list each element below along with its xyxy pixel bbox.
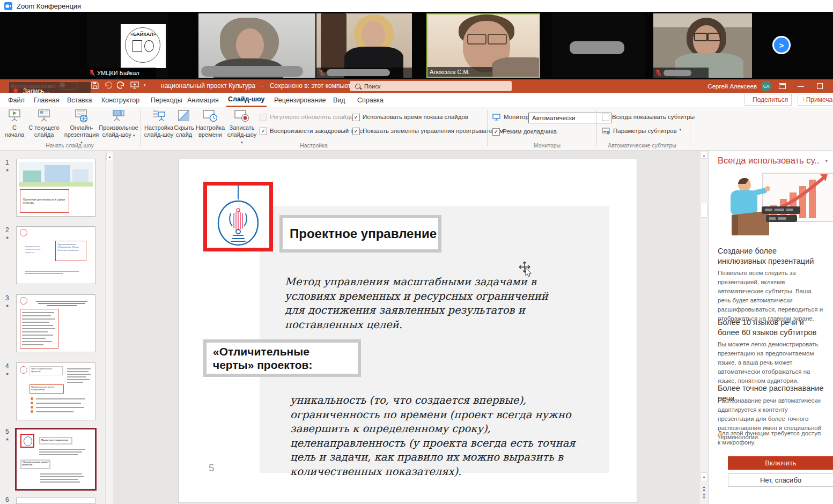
redacted-name-blur bbox=[570, 41, 624, 54]
decline-subtitles-button[interactable]: Нет, спасибо bbox=[728, 473, 833, 487]
save-icon[interactable] bbox=[91, 81, 99, 89]
comments-button[interactable]: Примечания bbox=[798, 94, 833, 106]
next-participants-button[interactable]: > bbox=[772, 36, 791, 54]
search-input[interactable]: Поиск bbox=[350, 81, 512, 91]
checkbox-use-timings[interactable]: ✓ Использовать время показа слайдов bbox=[352, 114, 468, 121]
monitor-row: Монитор: bbox=[492, 114, 530, 121]
scroll-up-button[interactable]: ▲ bbox=[106, 153, 113, 160]
mic-access-note: Для этой функции требуется доступ к микр… bbox=[718, 429, 825, 447]
slide-thumbnail-1[interactable]: Проектная деятельность в сфере культуры bbox=[16, 159, 95, 217]
participant-name: Алексеев С.М. bbox=[430, 69, 470, 75]
participant-tile-6[interactable] bbox=[653, 13, 752, 78]
up-arrow-icon: ▲ bbox=[701, 488, 707, 491]
slide-title-box[interactable]: Проектное управление bbox=[279, 215, 441, 253]
share-button[interactable]: Поделиться bbox=[744, 94, 792, 106]
muted-mic-icon bbox=[319, 69, 325, 76]
current-slide[interactable]: Проектное управление Метод управления ма… bbox=[178, 159, 637, 503]
zoom-conference-window: Zoom Конференция «БАЙКАЛ» УМЦКИ Байкал bbox=[0, 0, 833, 504]
scroll-up-button[interactable]: ▲ bbox=[701, 152, 707, 159]
slide-thumbnails-pane: 1 ★ Проектная деятельность в сфере культ… bbox=[0, 151, 105, 504]
qat-more-icon[interactable]: ▾ bbox=[144, 83, 146, 87]
slide-thumbnail-2[interactable]: Приоритетные национальные проекты: Здрав… bbox=[16, 226, 95, 284]
group-label-monitors: Мониторы bbox=[523, 142, 571, 149]
participant-tile-2[interactable] bbox=[198, 13, 315, 78]
tab-insert[interactable]: Вставка bbox=[65, 93, 93, 107]
scroll-down-button[interactable]: ▼ bbox=[701, 472, 707, 482]
ribbon-display-icon bbox=[779, 83, 786, 89]
checkbox-always-show-subtitles[interactable]: Всегда показывать субтитры bbox=[602, 114, 695, 121]
checkbox-icon bbox=[602, 114, 609, 121]
enable-subtitles-button[interactable]: Включить bbox=[728, 456, 833, 470]
checkbox-play-narrations[interactable]: ✓ Воспроизвести закадровый текст bbox=[260, 128, 365, 135]
slideshow-icon[interactable] bbox=[130, 81, 139, 89]
minimize-button[interactable]: — bbox=[793, 79, 809, 93]
checkbox-keep-slides-updated[interactable]: Регулярно обновлять слайды bbox=[260, 114, 355, 121]
slide-thumbnail-4[interactable]: Цель национальных проектов Национальные … bbox=[16, 362, 95, 420]
account-area[interactable]: Сергей Алексеев СА bbox=[707, 81, 771, 91]
section-body: Вы можете легко демонстрировать презента… bbox=[718, 340, 825, 386]
slide-title: Проектное управление bbox=[283, 226, 437, 241]
tab-review[interactable]: Рецензирование bbox=[272, 93, 328, 107]
hide-slide-button[interactable]: Скрыть слайд bbox=[173, 109, 195, 138]
tab-help[interactable]: Справка bbox=[356, 93, 385, 107]
slide-features-heading-box[interactable]: «Отличительные черты» проектов: bbox=[203, 339, 361, 377]
thumbnails-scrollbar[interactable]: ▲ bbox=[105, 151, 113, 504]
tab-transitions[interactable]: Переходы bbox=[149, 93, 184, 107]
document-title: национальный проект Культура - Сохранено… bbox=[161, 82, 365, 90]
ribbon-display-options-button[interactable] bbox=[774, 79, 790, 93]
mouse-move-cursor bbox=[518, 261, 534, 278]
comment-icon bbox=[803, 97, 803, 103]
setup-show-icon bbox=[152, 109, 166, 123]
animation-star-icon: ★ bbox=[5, 303, 9, 308]
rehearse-timings-button[interactable]: Настройка времени bbox=[195, 109, 225, 138]
tab-file[interactable]: Файл bbox=[6, 93, 26, 107]
checkbox-presenter-view[interactable]: ✓ Режим докладчика bbox=[492, 128, 557, 136]
zoom-window-title: Zoom Конференция bbox=[17, 2, 81, 10]
save-status[interactable]: Сохранено в: этот компьютер bbox=[270, 82, 358, 90]
participant-tile-alekseev[interactable]: Алексеев С.М. bbox=[426, 13, 540, 78]
scrollbar-thumb[interactable] bbox=[701, 203, 707, 218]
custom-show-icon bbox=[112, 109, 126, 123]
checkbox-show-media-controls[interactable]: ✓ Показать элементы управления проигрыва… bbox=[352, 128, 504, 135]
redo-icon[interactable] bbox=[117, 81, 126, 89]
previous-slide-button[interactable]: ▲ ▲ bbox=[701, 486, 707, 491]
slide-logo-box[interactable] bbox=[203, 182, 273, 251]
setup-slideshow-button[interactable]: Настройка слайд-шоу bbox=[144, 109, 174, 138]
tab-slideshow[interactable]: Слайд-шоу bbox=[226, 93, 267, 107]
tab-view[interactable]: Вид bbox=[331, 93, 347, 107]
tab-home[interactable]: Главная bbox=[32, 93, 61, 107]
custom-slideshow-button[interactable]: Произвольное слайд-шоу ▾ bbox=[101, 109, 136, 138]
slide-number: 5 bbox=[5, 428, 9, 435]
undo-icon[interactable] bbox=[104, 81, 112, 89]
checkbox-icon: ✓ bbox=[492, 128, 500, 136]
pane-title: Всегда использовать су.. bbox=[718, 155, 819, 166]
monitor-dropdown[interactable]: Автоматически ▾ bbox=[528, 113, 611, 123]
slide-features-list[interactable]: уникальность (то, что создается впервые)… bbox=[290, 394, 592, 479]
record-icon bbox=[234, 109, 249, 123]
next-slide-button[interactable]: ▼ ▼ bbox=[701, 494, 707, 499]
slide-number: 2 bbox=[5, 226, 9, 234]
restore-button[interactable] bbox=[812, 79, 828, 93]
record-slideshow-button[interactable]: Записать слайд-шоу ▾ bbox=[226, 109, 257, 145]
thumbnail-caption: Проектная деятельность в сфере культуры bbox=[23, 198, 66, 205]
avatar[interactable]: СА bbox=[761, 81, 771, 91]
participant-tile-5[interactable] bbox=[552, 13, 645, 78]
slide-thumbnail-5-selected[interactable]: Проектное управление «Отличительные черт… bbox=[15, 428, 97, 491]
subtitle-settings-button[interactable]: Параметры субтитров ▾ bbox=[602, 128, 681, 135]
dropdown-caret-icon: ▾ bbox=[680, 128, 682, 132]
from-current-slide-button[interactable]: С текущего слайда bbox=[27, 109, 61, 138]
presenter-illustration bbox=[717, 172, 833, 235]
tab-animations[interactable]: Анимация bbox=[186, 93, 220, 107]
editor-scrollbar[interactable]: ▲ ▼ ▲ ▲ ▼ ▼ bbox=[699, 151, 709, 504]
dropdown-caret-icon: ▾ bbox=[133, 134, 135, 137]
online-presentation-button[interactable]: Онлайн-презентация ▾ bbox=[64, 109, 99, 145]
participant-tile-umcki[interactable]: «БАЙКАЛ» УМЦКИ Байкал bbox=[87, 13, 168, 78]
slide-thumbnail-6[interactable] bbox=[16, 498, 95, 504]
ppt-titlebar: Автосохранение Запись... ▾ национальный … bbox=[0, 79, 833, 93]
slide-thumbnail-3[interactable] bbox=[16, 294, 95, 352]
from-beginning-button[interactable]: С начала bbox=[3, 109, 26, 138]
tab-design[interactable]: Конструктор bbox=[100, 93, 141, 107]
pane-menu-caret-icon[interactable]: ▾ bbox=[825, 158, 828, 164]
participant-tile-3[interactable] bbox=[316, 13, 412, 78]
slide-definition-text[interactable]: Метод управления масштабными задачами в … bbox=[285, 275, 564, 332]
